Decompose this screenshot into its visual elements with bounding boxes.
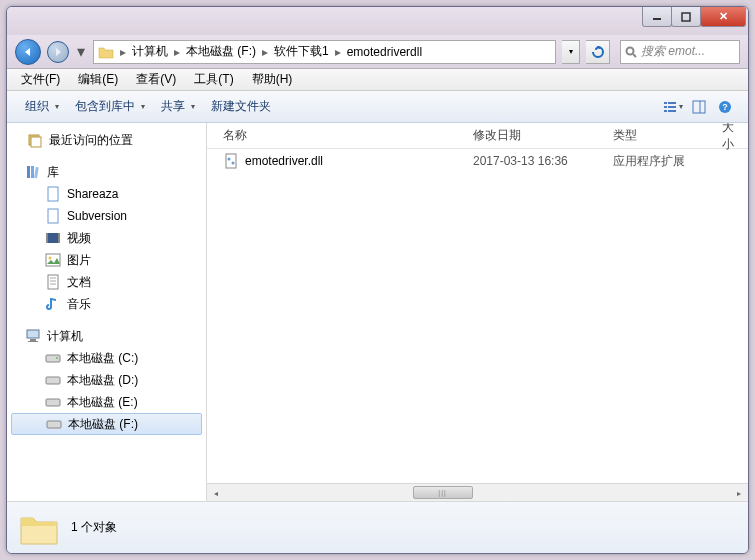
tree-label: 最近访问的位置 [49,132,133,149]
tree-label: 本地磁盘 (F:) [68,416,138,433]
file-list[interactable]: emotedriver.dll 2017-03-13 16:36 应用程序扩展 [207,149,748,483]
tree-computer[interactable]: 计算机 [7,325,206,347]
close-button[interactable]: ✕ [700,7,746,27]
organize-button[interactable]: 组织 [17,94,67,119]
tree-label: 本地磁盘 (D:) [67,372,138,389]
libraries-icon [25,164,41,180]
drive-icon [45,350,61,366]
file-row[interactable]: emotedriver.dll 2017-03-13 16:36 应用程序扩展 [207,149,748,173]
help-button[interactable]: ? [712,96,738,118]
view-options-button[interactable] [660,96,686,118]
content-area: 最近访问的位置 库 Shareaza Subversion 视频 图片 文档 音… [7,123,748,501]
column-type[interactable]: 类型 [607,127,707,144]
include-in-library-button[interactable]: 包含到库中 [67,94,153,119]
file-icon [45,186,61,202]
tree-drive-f[interactable]: 本地磁盘 (F:) [11,413,202,435]
tree-label: 音乐 [67,296,91,313]
file-type: 应用程序扩展 [607,153,707,170]
svg-rect-1 [682,13,690,21]
tree-lib-subversion[interactable]: Subversion [7,205,206,227]
dll-icon [223,153,239,169]
window-controls: ✕ [643,7,746,27]
svg-point-34 [56,357,58,359]
address-dropdown[interactable]: ▾ [562,40,580,64]
svg-rect-5 [668,102,676,104]
horizontal-scrollbar[interactable]: ◂ ||| ▸ [207,483,748,501]
maximize-button[interactable] [671,7,701,27]
folder-icon [19,510,59,546]
column-headers: 名称 修改日期 类型 大小 [207,123,748,149]
file-name: emotedriver.dll [245,154,323,168]
minimize-button[interactable] [642,7,672,27]
tree-drive-d[interactable]: 本地磁盘 (D:) [7,369,206,391]
forward-button[interactable] [47,41,69,63]
picture-icon [45,252,61,268]
svg-line-3 [633,54,636,57]
video-icon [45,230,61,246]
scroll-right-arrow[interactable]: ▸ [730,484,748,501]
tree-lib-music[interactable]: 音乐 [7,293,206,315]
breadcrumb[interactable]: emotedriverdll [343,45,426,59]
breadcrumb[interactable]: 计算机 [128,43,172,60]
address-bar[interactable]: ▸ 计算机 ▸ 本地磁盘 (F:) ▸ 软件下载1 ▸ emotedriverd… [93,40,556,64]
status-text: 1 个对象 [71,519,117,536]
back-button[interactable] [15,39,41,65]
breadcrumb[interactable]: 软件下载1 [270,43,333,60]
menu-help[interactable]: 帮助(H) [244,69,301,90]
file-date: 2017-03-13 16:36 [467,154,607,168]
drive-icon [46,416,62,432]
menu-file[interactable]: 文件(F) [13,69,68,90]
tree-lib-video[interactable]: 视频 [7,227,206,249]
svg-rect-32 [28,341,38,342]
svg-rect-6 [664,106,667,108]
svg-rect-16 [27,166,30,178]
menu-tools[interactable]: 工具(T) [186,69,241,90]
breadcrumb-sep: ▸ [260,45,270,59]
history-dropdown[interactable]: ▾ [75,42,87,62]
tree-lib-shareaza[interactable]: Shareaza [7,183,206,205]
svg-rect-20 [48,209,58,223]
svg-rect-8 [664,110,667,112]
scroll-thumb[interactable]: ||| [413,486,473,499]
svg-rect-36 [46,399,60,406]
file-list-pane: 名称 修改日期 类型 大小 emotedriver.dll 2017-03-13… [207,123,748,501]
svg-rect-35 [46,377,60,384]
tree-drive-c[interactable]: 本地磁盘 (C:) [7,347,206,369]
svg-point-40 [232,162,235,165]
column-date[interactable]: 修改日期 [467,127,607,144]
svg-rect-33 [46,355,60,362]
svg-rect-18 [34,167,39,178]
menu-edit[interactable]: 编辑(E) [70,69,126,90]
command-bar: 组织 包含到库中 共享 新建文件夹 ? [7,91,748,123]
navigation-tree[interactable]: 最近访问的位置 库 Shareaza Subversion 视频 图片 文档 音… [7,123,207,501]
search-placeholder: 搜索 emot... [641,43,705,60]
svg-rect-7 [668,106,676,108]
svg-rect-22 [46,233,48,243]
scroll-left-arrow[interactable]: ◂ [207,484,225,501]
tree-label: 本地磁盘 (E:) [67,394,138,411]
breadcrumb[interactable]: 本地磁盘 (F:) [182,43,260,60]
recent-icon [27,132,43,148]
tree-lib-pictures[interactable]: 图片 [7,249,206,271]
drive-icon [45,372,61,388]
new-folder-button[interactable]: 新建文件夹 [203,94,279,119]
column-name[interactable]: 名称 [217,127,467,144]
svg-rect-38 [226,154,236,168]
tree-label: 本地磁盘 (C:) [67,350,138,367]
preview-pane-button[interactable] [686,96,712,118]
tree-drive-e[interactable]: 本地磁盘 (E:) [7,391,206,413]
tree-lib-documents[interactable]: 文档 [7,271,206,293]
menu-view[interactable]: 查看(V) [128,69,184,90]
tree-recent[interactable]: 最近访问的位置 [7,129,206,151]
tree-label: 图片 [67,252,91,269]
svg-rect-4 [664,102,667,104]
share-button[interactable]: 共享 [153,94,203,119]
tree-libraries[interactable]: 库 [7,161,206,183]
file-icon [45,208,61,224]
refresh-button[interactable] [586,40,610,64]
computer-icon [25,328,41,344]
document-icon [45,274,61,290]
search-input[interactable]: 搜索 emot... [620,40,740,64]
svg-point-25 [49,257,52,260]
svg-rect-10 [693,101,705,113]
